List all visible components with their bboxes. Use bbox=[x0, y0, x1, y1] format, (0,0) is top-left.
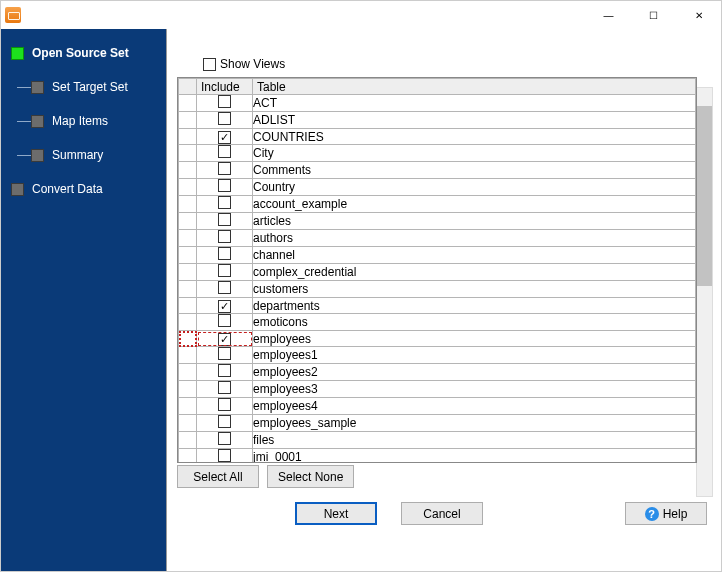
wizard-step-open-source-set[interactable]: Open Source Set bbox=[1, 41, 166, 65]
table-name-cell[interactable]: complex_credential bbox=[253, 264, 696, 281]
include-checkbox[interactable] bbox=[218, 314, 231, 327]
row-header[interactable] bbox=[179, 314, 197, 331]
table-name-cell[interactable]: departments bbox=[253, 298, 696, 314]
include-cell[interactable] bbox=[197, 129, 253, 145]
include-cell[interactable] bbox=[197, 449, 253, 463]
table-name-cell[interactable]: ACT bbox=[253, 95, 696, 112]
row-header[interactable] bbox=[179, 196, 197, 213]
include-checkbox[interactable] bbox=[218, 347, 231, 360]
row-header[interactable] bbox=[179, 162, 197, 179]
table-row[interactable]: employees bbox=[179, 331, 696, 347]
row-header[interactable] bbox=[179, 247, 197, 264]
wizard-step-map-items[interactable]: Map Items bbox=[1, 109, 166, 133]
wizard-step-convert-data[interactable]: Convert Data bbox=[1, 177, 166, 201]
table-name-cell[interactable]: Country bbox=[253, 179, 696, 196]
include-checkbox[interactable] bbox=[218, 112, 231, 125]
panel-scrollbar[interactable] bbox=[696, 87, 713, 497]
include-cell[interactable] bbox=[197, 381, 253, 398]
row-header[interactable] bbox=[179, 281, 197, 298]
include-checkbox[interactable] bbox=[218, 398, 231, 411]
include-cell[interactable] bbox=[197, 162, 253, 179]
col-include[interactable]: Include bbox=[197, 79, 253, 95]
include-checkbox[interactable] bbox=[218, 179, 231, 192]
tables-grid-scroll[interactable]: Include Table ACTADLISTCOUNTRIESCityComm… bbox=[178, 78, 696, 462]
next-button[interactable]: Next bbox=[295, 502, 377, 525]
include-checkbox[interactable] bbox=[218, 162, 231, 175]
table-row[interactable]: Comments bbox=[179, 162, 696, 179]
table-row[interactable]: emoticons bbox=[179, 314, 696, 331]
include-cell[interactable] bbox=[197, 331, 253, 347]
include-checkbox[interactable] bbox=[218, 95, 231, 108]
table-name-cell[interactable]: customers bbox=[253, 281, 696, 298]
table-row[interactable]: complex_credential bbox=[179, 264, 696, 281]
include-cell[interactable] bbox=[197, 364, 253, 381]
row-header[interactable] bbox=[179, 264, 197, 281]
row-header[interactable] bbox=[179, 213, 197, 230]
table-name-cell[interactable]: employees4 bbox=[253, 398, 696, 415]
include-checkbox[interactable] bbox=[218, 449, 231, 462]
include-cell[interactable] bbox=[197, 196, 253, 213]
include-cell[interactable] bbox=[197, 213, 253, 230]
table-name-cell[interactable]: jmi_0001 bbox=[253, 449, 696, 463]
table-name-cell[interactable]: employees_sample bbox=[253, 415, 696, 432]
include-checkbox[interactable] bbox=[218, 145, 231, 158]
table-name-cell[interactable]: ADLIST bbox=[253, 112, 696, 129]
include-checkbox[interactable] bbox=[218, 381, 231, 394]
col-table[interactable]: Table bbox=[253, 79, 696, 95]
include-checkbox[interactable] bbox=[218, 364, 231, 377]
include-checkbox[interactable] bbox=[218, 131, 231, 144]
row-header[interactable] bbox=[179, 298, 197, 314]
table-name-cell[interactable]: articles bbox=[253, 213, 696, 230]
include-cell[interactable] bbox=[197, 398, 253, 415]
wizard-step-summary[interactable]: Summary bbox=[1, 143, 166, 167]
table-name-cell[interactable]: account_example bbox=[253, 196, 696, 213]
panel-scrollbar-thumb[interactable] bbox=[697, 106, 712, 286]
table-row[interactable]: employees1 bbox=[179, 347, 696, 364]
include-checkbox[interactable] bbox=[218, 432, 231, 445]
table-name-cell[interactable]: files bbox=[253, 432, 696, 449]
cancel-button[interactable]: Cancel bbox=[401, 502, 483, 525]
table-name-cell[interactable]: emoticons bbox=[253, 314, 696, 331]
include-cell[interactable] bbox=[197, 230, 253, 247]
table-name-cell[interactable]: employees1 bbox=[253, 347, 696, 364]
table-row[interactable]: authors bbox=[179, 230, 696, 247]
row-header[interactable] bbox=[179, 415, 197, 432]
wizard-step-set-target-set[interactable]: Set Target Set bbox=[1, 75, 166, 99]
include-checkbox[interactable] bbox=[218, 415, 231, 428]
include-cell[interactable] bbox=[197, 95, 253, 112]
table-row[interactable]: ADLIST bbox=[179, 112, 696, 129]
include-cell[interactable] bbox=[197, 179, 253, 196]
include-checkbox[interactable] bbox=[218, 196, 231, 209]
row-header[interactable] bbox=[179, 95, 197, 112]
include-checkbox[interactable] bbox=[218, 281, 231, 294]
table-row[interactable]: files bbox=[179, 432, 696, 449]
include-checkbox[interactable] bbox=[218, 333, 231, 346]
include-cell[interactable] bbox=[197, 281, 253, 298]
select-all-button[interactable]: Select All bbox=[177, 465, 259, 488]
row-header[interactable] bbox=[179, 145, 197, 162]
select-none-button[interactable]: Select None bbox=[267, 465, 354, 488]
include-cell[interactable] bbox=[197, 298, 253, 314]
table-name-cell[interactable]: authors bbox=[253, 230, 696, 247]
include-cell[interactable] bbox=[197, 347, 253, 364]
include-cell[interactable] bbox=[197, 264, 253, 281]
table-name-cell[interactable]: employees bbox=[253, 331, 696, 347]
row-header[interactable] bbox=[179, 112, 197, 129]
table-row[interactable]: Country bbox=[179, 179, 696, 196]
show-views-checkbox[interactable] bbox=[203, 58, 216, 71]
include-cell[interactable] bbox=[197, 432, 253, 449]
table-row[interactable]: COUNTRIES bbox=[179, 129, 696, 145]
table-row[interactable]: articles bbox=[179, 213, 696, 230]
table-name-cell[interactable]: channel bbox=[253, 247, 696, 264]
include-cell[interactable] bbox=[197, 415, 253, 432]
include-cell[interactable] bbox=[197, 112, 253, 129]
include-cell[interactable] bbox=[197, 247, 253, 264]
row-header[interactable] bbox=[179, 347, 197, 364]
table-row[interactable]: departments bbox=[179, 298, 696, 314]
maximize-button[interactable]: ☐ bbox=[631, 1, 676, 29]
table-row[interactable]: customers bbox=[179, 281, 696, 298]
table-row[interactable]: City bbox=[179, 145, 696, 162]
row-header[interactable] bbox=[179, 331, 197, 347]
table-row[interactable]: channel bbox=[179, 247, 696, 264]
table-row[interactable]: ACT bbox=[179, 95, 696, 112]
